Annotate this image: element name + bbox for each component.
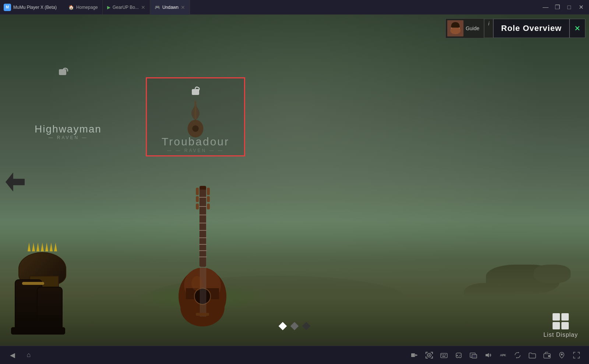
svg-marker-36 [415, 354, 418, 356]
svg-rect-13 [196, 188, 199, 195]
screenshot-button[interactable] [423, 349, 436, 362]
home-tab-icon: 🏠 [68, 5, 74, 10]
highwayman-subtitle: RAVEN [22, 135, 114, 140]
svg-rect-30 [196, 313, 209, 316]
highwayman-gear [7, 220, 81, 349]
keyboard-button[interactable] [437, 349, 451, 362]
maximize-button[interactable]: □ [564, 2, 574, 13]
gamepad-button[interactable] [452, 349, 465, 362]
taskbar-right: APK [408, 349, 589, 362]
back-button[interactable]: ◀ [6, 349, 19, 362]
pagination-dot-2[interactable] [290, 322, 299, 331]
svg-rect-14 [196, 196, 199, 202]
minimize-button[interactable]: — [540, 2, 551, 13]
list-icon-sq3 [553, 322, 560, 329]
svg-rect-0 [194, 100, 196, 119]
resize-button[interactable] [467, 349, 480, 362]
list-icon-sq1 [553, 313, 560, 321]
highwayman-name: Highwayman [22, 123, 114, 135]
svg-marker-52 [516, 357, 517, 358]
apk-button[interactable]: APK [496, 349, 509, 362]
guide-avatar [447, 20, 463, 36]
app-title: MuMu Player X (Beta) [13, 5, 57, 10]
svg-rect-43 [442, 356, 445, 357]
troubadour-selection-box[interactable] [146, 77, 245, 156]
tab-undawn[interactable]: 🎮 Undawn ✕ [150, 0, 190, 15]
highwayman-lock-icon [59, 66, 66, 78]
wallet-button[interactable] [540, 349, 554, 362]
role-overview-button[interactable]: Role Overview [493, 19, 569, 38]
tab-undawn-label: Undawn [162, 5, 179, 10]
info-button[interactable]: i [484, 19, 493, 38]
tab-gearup-label: GearUP Bo... [113, 5, 139, 10]
svg-rect-39 [441, 353, 447, 358]
troubadour-lock-icon [192, 86, 199, 95]
highwayman-label: Highwayman RAVEN [22, 123, 114, 140]
svg-point-34 [450, 27, 461, 34]
svg-rect-3 [200, 186, 206, 267]
title-bar-left: M MuMu Player X (Beta) 🏠 Homepage ▶ Gear… [0, 0, 540, 15]
title-bar: M MuMu Player X (Beta) 🏠 Homepage ▶ Gear… [0, 0, 589, 15]
volume-button[interactable] [482, 349, 495, 362]
info-icon: i [488, 21, 489, 26]
guide-text: Guide [466, 25, 479, 31]
undawn-tab-icon: 🎮 [155, 5, 160, 10]
list-display-text: List Display [543, 332, 578, 338]
tab-homepage-label: Homepage [76, 5, 98, 10]
pagination-dot-1[interactable] [279, 322, 287, 331]
svg-rect-18 [207, 204, 210, 209]
svg-rect-40 [441, 354, 442, 355]
tab-gearup-close[interactable]: ✕ [141, 4, 145, 10]
svg-rect-42 [445, 354, 446, 355]
pagination-dot-3[interactable] [302, 322, 311, 331]
svg-point-47 [459, 356, 460, 356]
svg-rect-41 [443, 354, 444, 355]
guide-button[interactable]: Guide [445, 18, 484, 38]
close-overlay-button[interactable]: ✕ [569, 19, 585, 38]
svg-rect-17 [207, 196, 210, 202]
guitar-figure [166, 186, 239, 342]
svg-rect-16 [207, 188, 210, 195]
close-button[interactable]: ✕ [576, 2, 586, 13]
svg-marker-50 [486, 353, 489, 357]
game-area: Highwayman RAVEN Troubadour — RAVEN — [0, 15, 589, 349]
title-bar-controls: — ❐ □ ✕ [540, 2, 589, 13]
home-button[interactable]: ⌂ [22, 349, 35, 362]
svg-marker-51 [518, 352, 519, 353]
list-display-icon [553, 313, 569, 329]
record-button[interactable] [408, 349, 421, 362]
svg-rect-35 [411, 353, 415, 357]
svg-rect-15 [196, 204, 199, 209]
taskbar-left: ◀ ⌂ [0, 349, 35, 362]
svg-point-31 [191, 276, 202, 291]
list-display-button[interactable]: List Display [543, 313, 578, 338]
svg-point-55 [561, 353, 563, 355]
svg-rect-49 [472, 354, 477, 358]
list-icon-sq4 [561, 322, 569, 329]
svg-point-2 [192, 126, 198, 132]
location-button[interactable] [555, 349, 568, 362]
top-right-overlay: Guide i Role Overview ✕ [445, 18, 585, 38]
taskbar: ◀ ⌂ APK [0, 346, 589, 364]
svg-rect-54 [548, 355, 550, 357]
gearup-tab-icon: ▶ [107, 5, 110, 10]
folder-button[interactable] [526, 349, 539, 362]
guitar-silhouette [181, 99, 210, 143]
restore-button[interactable]: ❐ [552, 2, 562, 13]
role-overview-label: Role Overview [501, 24, 562, 33]
tab-homepage[interactable]: 🏠 Homepage [64, 0, 103, 15]
expand-button[interactable] [570, 349, 583, 362]
sync-button[interactable] [511, 349, 524, 362]
list-icon-sq2 [561, 313, 569, 321]
app-icon: M [4, 4, 11, 11]
svg-point-46 [460, 355, 461, 356]
close-overlay-icon: ✕ [574, 24, 581, 33]
tab-undawn-close[interactable]: ✕ [181, 4, 185, 10]
pagination-indicators [280, 323, 309, 329]
tab-gearup[interactable]: ▶ GearUP Bo... ✕ [103, 0, 150, 15]
svg-point-38 [428, 354, 430, 356]
